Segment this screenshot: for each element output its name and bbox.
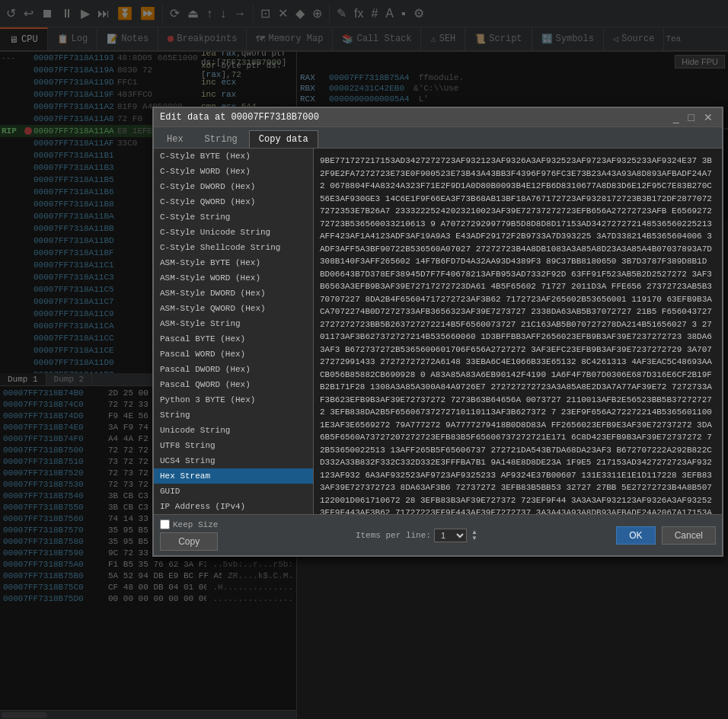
ipl-label: Items per line:	[356, 531, 431, 540]
format-item[interactable]: ASM-Style DWORD (Hex)	[154, 286, 313, 301]
modal-tab-bar: Hex String Copy data	[154, 127, 722, 149]
format-item[interactable]: IP Address (IPv4)	[154, 499, 313, 514]
modal-buttons: OK Cancel	[616, 526, 716, 545]
format-item[interactable]: Hex Stream	[154, 468, 313, 484]
format-item[interactable]: ASM-Style BYTE (Hex)	[154, 255, 313, 270]
format-item[interactable]: C-Style BYTE (Hex)	[154, 149, 313, 164]
modal-title: Edit data at 00007FF7318B7000	[160, 112, 319, 123]
ipl-select[interactable]: 124816	[434, 529, 467, 542]
format-item[interactable]: C-Style QWORD (Hex)	[154, 194, 313, 209]
hex-stream-content: 9BE771727217153AD3427272723AF932123AF932…	[314, 149, 722, 514]
format-item[interactable]: Pascal WORD (Hex)	[154, 347, 313, 362]
format-item[interactable]: C-Style Shellcode String	[154, 240, 313, 255]
modal-tab-string[interactable]: String	[195, 130, 247, 148]
modal-close-btn[interactable]: ✕	[701, 111, 716, 123]
modal-minimize-btn[interactable]: _	[670, 111, 682, 123]
format-item[interactable]: Pascal BYTE (Hex)	[154, 331, 313, 347]
format-item[interactable]: C-Style Unicode String	[154, 225, 313, 240]
format-item[interactable]: C-Style String	[154, 209, 313, 225]
copy-button[interactable]: Copy	[160, 532, 218, 551]
keep-size-label: Keep Size	[173, 520, 218, 529]
ipl-arrows: ▲ ▼	[470, 529, 479, 542]
edit-data-modal: Edit data at 00007FF7318B7000 _ □ ✕ Hex …	[152, 107, 723, 557]
modal-body: C-Style BYTE (Hex)C-Style WORD (Hex)C-St…	[154, 149, 722, 514]
keep-size-checkbox[interactable]	[160, 519, 170, 529]
modal-tab-hex[interactable]: Hex	[157, 130, 193, 148]
modal-maximize-btn[interactable]: □	[685, 111, 698, 123]
modal-footer: Keep Size Copy Items per line: 124816 ▲ …	[154, 514, 722, 555]
format-item[interactable]: ASM-Style QWORD (Hex)	[154, 301, 313, 316]
items-per-line: Items per line: 124816 ▲ ▼	[356, 529, 479, 542]
format-item[interactable]: String	[154, 407, 313, 423]
format-item[interactable]: UTF8 String	[154, 438, 313, 453]
format-item[interactable]: ASM-Style String	[154, 316, 313, 331]
format-item[interactable]: GUID	[154, 484, 313, 499]
ipl-down-btn[interactable]: ▼	[470, 535, 479, 542]
format-item[interactable]: ASM-Style WORD (Hex)	[154, 270, 313, 286]
modal-overlay[interactable]: Edit data at 00007FF7318B7000 _ □ ✕ Hex …	[0, 0, 728, 719]
format-item[interactable]: Pascal QWORD (Hex)	[154, 377, 313, 392]
ok-button[interactable]: OK	[616, 526, 655, 545]
format-item[interactable]: C-Style WORD (Hex)	[154, 164, 313, 179]
format-item[interactable]: C-Style DWORD (Hex)	[154, 179, 313, 194]
format-item[interactable]: Python 3 BYTE (Hex)	[154, 392, 313, 407]
format-list[interactable]: C-Style BYTE (Hex)C-Style WORD (Hex)C-St…	[154, 149, 314, 514]
format-item[interactable]: UCS4 String	[154, 453, 313, 468]
format-item[interactable]: Unicode String	[154, 423, 313, 438]
modal-titlebar: Edit data at 00007FF7318B7000 _ □ ✕	[154, 108, 722, 127]
modal-tab-copydata[interactable]: Copy data	[249, 130, 318, 148]
cancel-button[interactable]: Cancel	[662, 526, 716, 545]
keep-size-row: Keep Size	[160, 519, 218, 529]
format-item[interactable]: Pascal DWORD (Hex)	[154, 362, 313, 377]
